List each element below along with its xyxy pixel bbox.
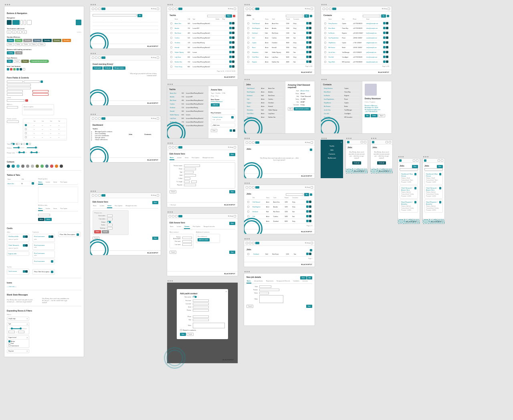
search-input[interactable] bbox=[93, 14, 137, 16]
exp-support[interactable]: Support vessel▴ Motor Sail Catamaran bbox=[7, 336, 29, 348]
list-item[interactable]: Deckhand / Blue DreamStatus: HoldConsult… bbox=[424, 171, 443, 185]
tab-2[interactable]: Interior bbox=[53, 207, 57, 211]
inp-btn-preview[interactable]: Preview bbox=[21, 60, 29, 63]
table-row[interactable]: Emerald58.0Lurssen Motor/Planing Monohul… bbox=[170, 45, 235, 50]
menu-close-icon[interactable]: × bbox=[341, 141, 342, 143]
jobs-search[interactable] bbox=[286, 15, 303, 17]
std-btn-0[interactable]: Primary bbox=[7, 39, 14, 42]
row-more-icon[interactable] bbox=[232, 51, 234, 53]
table-row[interactable]: Mia FontanaBroker bbox=[323, 105, 360, 109]
ei-tab-1[interactable]: Location bbox=[99, 204, 105, 208]
ey-yr[interactable] bbox=[184, 181, 190, 183]
list-item[interactable]: Deckhand / Blue DreamStatus: HoldConsult… bbox=[400, 171, 418, 185]
ey-cancel[interactable]: Cancel bbox=[170, 190, 176, 193]
textbtn-3[interactable]: ⊕ bbox=[17, 30, 22, 34]
table-row[interactable]: CaptainActiveDrumbeat09/09Kirsty bbox=[246, 219, 312, 224]
m-role[interactable] bbox=[193, 319, 209, 321]
table-row[interactable]: BosunActiveEmerald bbox=[246, 105, 283, 109]
tab-action-a[interactable]: Action bbox=[38, 218, 44, 221]
icon-btn-6[interactable] bbox=[23, 68, 25, 70]
row-more-icon[interactable] bbox=[232, 65, 234, 68]
table-row[interactable]: Jan de VriesYard Manager bbox=[323, 109, 360, 112]
ey-owner[interactable] bbox=[184, 168, 196, 170]
power-search[interactable] bbox=[7, 121, 19, 123]
icon-btn-5[interactable] bbox=[20, 68, 22, 70]
contacts-search[interactable] bbox=[363, 15, 380, 17]
menu-contacts[interactable]: Contacts bbox=[322, 153, 341, 155]
row-edit-icon[interactable] bbox=[229, 22, 232, 24]
dash-link-yachts[interactable]: Yachts bbox=[93, 128, 98, 130]
table-row[interactable]: CaptainActiveDrumbeat09/09Kirsty bbox=[246, 40, 312, 45]
cd-export[interactable]: Export bbox=[378, 114, 385, 117]
table-row[interactable]: StewardessHoldGolden Odyssey bbox=[246, 109, 283, 112]
greet-btn-1[interactable]: Create yacht bbox=[93, 66, 103, 70]
table-row[interactable]: Sara PapadimitriouPurser bbox=[323, 98, 360, 101]
nav-tile-accent[interactable] bbox=[76, 20, 81, 25]
textbtn-4[interactable]: ⊕ bbox=[22, 30, 27, 34]
row-edit-icon[interactable] bbox=[229, 51, 232, 53]
table-row[interactable]: Karl BeckerEngineer bbox=[323, 94, 360, 98]
ei-save[interactable]: Save bbox=[152, 237, 158, 240]
dash-link-jobs[interactable]: Jobs bbox=[129, 133, 132, 135]
card-contact-1[interactable]: First Lastname role bbox=[32, 234, 55, 242]
table-row[interactable]: Elena MarshOwner Rep+44 7700 900223elena… bbox=[323, 26, 389, 31]
table-row[interactable]: Chief StewardActiveAmore Vero12/09Kirsty bbox=[246, 21, 312, 26]
search-button[interactable]: Go bbox=[137, 14, 142, 17]
ec-done[interactable]: Done bbox=[229, 222, 235, 225]
row-more-icon[interactable] bbox=[232, 32, 234, 34]
table-row[interactable]: StewardessHoldGolden Odyssey06/09Sam bbox=[246, 50, 312, 55]
jobs-go[interactable]: Go bbox=[304, 14, 309, 18]
modal-toggle[interactable] bbox=[193, 296, 197, 298]
card-yacht-2[interactable]: Plain Title Description bbox=[32, 269, 55, 275]
tab-1[interactable]: Location bbox=[45, 181, 50, 185]
nav-home[interactable] bbox=[98, 8, 101, 10]
table-row[interactable]: Ocean Victory86.0Lurssen Motor/Planing M… bbox=[170, 64, 235, 69]
card-contact-2[interactable]: First Lastname role bbox=[32, 243, 55, 250]
sample-input-err2[interactable] bbox=[32, 93, 48, 96]
table-row[interactable]: Dmitry NovotsovCaptain+44 7700 900123dmi… bbox=[323, 21, 389, 26]
out-btn-4[interactable]: Outline bbox=[38, 43, 45, 46]
sample-input-a[interactable] bbox=[7, 90, 23, 92]
tab-3[interactable]: Prior Captain bbox=[60, 207, 68, 211]
ei-tab-3[interactable]: Prior Captains bbox=[115, 204, 123, 208]
table-row[interactable]: Amadea75.0Lurssen M/Y bbox=[169, 95, 206, 99]
row-more-icon[interactable] bbox=[232, 27, 234, 29]
icon-btn-1[interactable] bbox=[7, 68, 9, 70]
std-btn-6[interactable]: Secondary bbox=[62, 39, 71, 42]
table-row[interactable]: Mia FontanaBroker+39 331 1234567mia@exam… bbox=[323, 45, 389, 50]
card-plain-1[interactable]: Plain Title Description bbox=[58, 232, 81, 237]
tab-select[interactable] bbox=[38, 214, 50, 216]
chk-on[interactable] bbox=[26, 143, 28, 145]
yd-contact-card-2[interactable]: + Add new bbox=[211, 123, 235, 127]
nj-add[interactable]: Add bbox=[307, 276, 312, 279]
row-more-icon[interactable] bbox=[232, 22, 234, 24]
nav-tile-small[interactable] bbox=[20, 20, 23, 25]
table-row[interactable]: ChefActiveCareless10/09Sam bbox=[246, 36, 312, 40]
table-row[interactable]: Drumbeat72.0Lurssen Motor/Planing bbox=[169, 106, 206, 110]
table-row[interactable]: CaptainActiveDrumbeat bbox=[246, 101, 283, 105]
ey-tab-1[interactable]: Location bbox=[177, 156, 182, 160]
m-reveal-chk[interactable] bbox=[180, 329, 182, 331]
radio-off[interactable] bbox=[23, 143, 25, 145]
ey-len[interactable] bbox=[191, 181, 197, 183]
tab-3[interactable]: Prior Captain bbox=[60, 181, 68, 185]
card-contact-3[interactable]: First Lastname role bbox=[32, 251, 55, 258]
row-more-icon[interactable] bbox=[232, 56, 234, 58]
std-btn-5[interactable]: Secondary bbox=[53, 39, 61, 42]
input-action[interactable] bbox=[40, 80, 43, 83]
nj-notes[interactable] bbox=[259, 295, 283, 303]
dropdown-type[interactable] bbox=[7, 106, 18, 109]
cd-edit[interactable]: Edit bbox=[365, 114, 370, 117]
range-2[interactable] bbox=[29, 152, 40, 153]
menu-yachts[interactable]: Yachts bbox=[322, 145, 341, 147]
dash-link-contacts[interactable]: Contacts bbox=[144, 133, 151, 135]
out-btn-0[interactable]: Outline bbox=[7, 43, 14, 46]
greet-btn-2[interactable]: Create job bbox=[103, 66, 112, 70]
ey-tab-2[interactable]: Interior bbox=[184, 156, 189, 160]
row-edit-icon[interactable] bbox=[229, 46, 232, 48]
table-row[interactable]: Northern Star75.0Lurssen Motor/Planing M… bbox=[169, 121, 206, 124]
yd-owner[interactable]: Dmitry Novotsov bbox=[211, 100, 235, 102]
out-btn-2[interactable]: Outline bbox=[22, 43, 30, 46]
filter-from[interactable] bbox=[8, 331, 15, 333]
ei-del[interactable]: Delete bbox=[94, 230, 101, 233]
